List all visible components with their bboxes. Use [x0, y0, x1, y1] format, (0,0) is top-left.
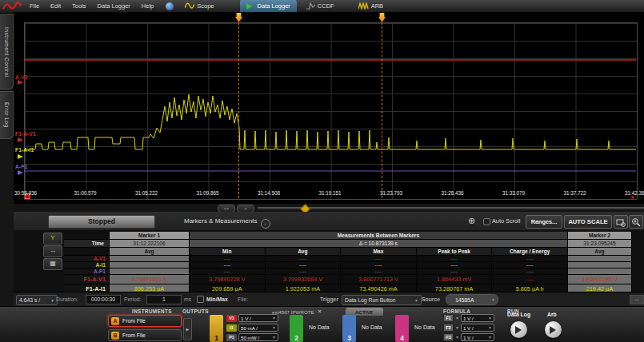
trace-ref-arrow-icon[interactable]: [18, 137, 23, 142]
f3-badge: F3: [443, 333, 454, 341]
minmax-checkbox[interactable]: [197, 296, 204, 303]
settings-bar: 4.643 s /▼ Duration: 000:00:30 Period: 1…: [14, 292, 644, 307]
sidebar-tab-error-log[interactable]: Error Log: [0, 91, 14, 139]
time-column-header: Time: [64, 240, 110, 248]
instrument-a-button[interactable]: A From File: [108, 315, 182, 327]
info-sphere-icon[interactable]: [166, 2, 174, 10]
table-view-icon[interactable]: ▦: [43, 258, 62, 270]
trigger-label: Trigger: [320, 296, 338, 302]
row-label: A-V1: [64, 256, 110, 262]
waveform-chart[interactable]: [14, 12, 644, 204]
channel1-bar[interactable]: 1: [210, 315, 223, 342]
menu-help[interactable]: Help: [136, 2, 159, 10]
instrument-b-badge: B: [111, 332, 119, 340]
delta-time-value: Δ = 10.873139 s: [190, 240, 568, 248]
i1-scale-dropdown[interactable]: 50 mA /▼: [238, 324, 278, 332]
auto-scale-button[interactable]: AUTO SCALE: [564, 215, 612, 229]
trace-ref-arrow-icon[interactable]: [18, 154, 23, 159]
chevron-down-icon[interactable]: ▼: [455, 335, 459, 340]
menu-data-logger[interactable]: Data Logger: [92, 2, 136, 10]
channel3-bar[interactable]: 3: [342, 315, 356, 342]
instruments-header: INSTRUMENTS: [132, 308, 172, 314]
plot-grid[interactable]: [24, 22, 638, 200]
ccdf-icon: [306, 2, 315, 10]
period-input[interactable]: 1: [146, 295, 182, 304]
tab-ccdf[interactable]: CCDF: [300, 0, 341, 12]
channel1-p1-row: P1 50 mW /▼: [226, 333, 278, 341]
ranges-button[interactable]: Ranges...: [526, 215, 562, 229]
tab-data-logger[interactable]: Data Logger: [240, 0, 297, 12]
chevron-down-icon: ▼: [414, 298, 418, 303]
markers-pair-icon[interactable]: ↔: [43, 245, 62, 257]
col-max: Max: [341, 248, 417, 256]
arb-run-label: Arb: [547, 312, 557, 317]
close-icon[interactable]: ✕: [318, 308, 322, 315]
instrument-panel: INSTRUMENTS OUTPUTS ext4567 IPWROTE ✕ AC…: [0, 306, 644, 342]
auto-scroll-checkbox[interactable]: [483, 218, 490, 225]
duration-label: Duration:: [56, 296, 78, 302]
chevron-down-icon: ▼: [272, 335, 276, 340]
data-log-play-button[interactable]: [510, 321, 527, 338]
trigger-dropdown[interactable]: Data Log Run Button▼: [342, 295, 422, 305]
left-sidebar: Instrument Control Error Log: [0, 12, 14, 342]
measurements-table-zone: Y ↔ ▦ Marker 1 Measurements Between Mark…: [14, 230, 644, 292]
zoom-in-icon[interactable]: [629, 215, 643, 229]
time-scrollbar[interactable]: [258, 207, 644, 209]
scope-wave-icon: [185, 2, 194, 10]
sidebar-tab-instrument-control[interactable]: Instrument Control: [0, 14, 14, 89]
chevron-down-icon: ▼: [488, 335, 492, 340]
crosshair-tracking-icon[interactable]: ⊕: [468, 216, 475, 228]
marker2-time: 31:23.095245: [568, 240, 632, 248]
f1-scale-dropdown[interactable]: 1 V /▼: [461, 314, 494, 322]
instrument-a-badge: A: [111, 317, 119, 325]
marker2-header[interactable]: Marker 2: [568, 232, 632, 240]
col-charge-energy: Charge / Energy: [492, 248, 568, 256]
outputs-header: OUTPUTS: [182, 308, 209, 314]
v1-scale-dropdown[interactable]: 1 V /▼: [238, 314, 278, 322]
period-unit-label: ms: [184, 296, 191, 302]
row-label: A-I1: [64, 262, 110, 268]
duration-value[interactable]: 000:00:30: [86, 295, 121, 304]
instrument-b-button[interactable]: B From File: [108, 329, 182, 341]
chevron-down-icon: ▼: [491, 297, 495, 302]
tab-scope[interactable]: Scope: [178, 0, 220, 12]
chevron-down-icon[interactable]: ▼: [455, 325, 459, 330]
zoom-region-icon[interactable]: [614, 215, 628, 229]
marker1-header[interactable]: Marker 1: [110, 232, 190, 240]
timebase-dropdown[interactable]: 4.643 s /▼: [16, 295, 58, 305]
channel2-bar[interactable]: 2: [290, 315, 303, 342]
expand-instruments-icon[interactable]: ▶: [183, 318, 192, 340]
file-browse-button[interactable]: ...: [630, 295, 644, 304]
collapse-panel-icon[interactable]: ⌄: [261, 219, 270, 229]
arb-play-button[interactable]: [545, 321, 562, 338]
measurements-table: Marker 1 Measurements Between Markers Ma…: [64, 232, 632, 294]
i1-badge: I1: [226, 324, 237, 332]
markers-measurements-title: Markers & Measurements⌄: [184, 217, 270, 229]
channel4-bar[interactable]: 4: [395, 315, 409, 342]
col-min: Min: [190, 248, 266, 256]
marker2-avg-header: Avg: [568, 248, 632, 256]
menu-file[interactable]: File: [24, 2, 45, 10]
p1-scale-dropdown[interactable]: 50 mW /▼: [238, 333, 278, 341]
tab-arb[interactable]: ARB: [352, 0, 390, 12]
formula-header: FORMULA: [443, 308, 470, 314]
chevron-down-icon[interactable]: ▼: [455, 316, 459, 320]
col-avg: Avg: [266, 248, 342, 256]
channel1-v1-row: V1 1 V /▼: [226, 314, 278, 322]
row-label: A-P1: [64, 268, 110, 275]
stopped-status-button[interactable]: Stopped: [48, 215, 155, 229]
v1-badge: V1: [226, 315, 237, 322]
trace-ref-arrow-icon[interactable]: [18, 80, 23, 85]
menu-tools[interactable]: Tools: [66, 2, 92, 10]
play-small-icon: [246, 3, 255, 10]
marker-tool-icon[interactable]: Y: [43, 233, 62, 245]
f2-scale-dropdown[interactable]: 1 V /▼: [461, 324, 494, 332]
menu-bar: File Edit Tools Data Logger Help Scope D…: [0, 0, 644, 13]
chevron-down-icon: ▼: [50, 298, 54, 303]
f3-scale-dropdown[interactable]: 1 V /▼: [461, 333, 494, 341]
trace-ref-arrow-icon[interactable]: [18, 170, 23, 175]
source-label: Source: [422, 296, 440, 302]
menu-edit[interactable]: Edit: [45, 2, 66, 10]
f1-badge: F1: [443, 314, 454, 322]
source-dropdown[interactable]: 14585A▼: [446, 294, 498, 305]
